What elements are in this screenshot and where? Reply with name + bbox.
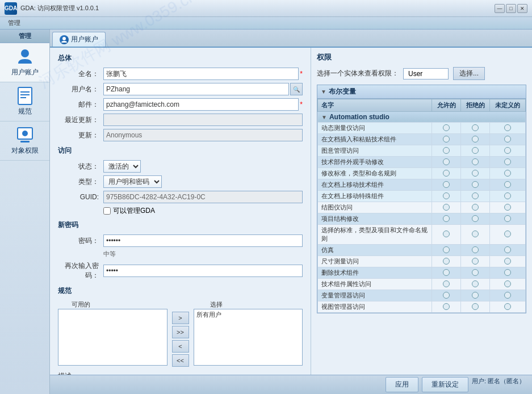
selected-spec-list[interactable]: 所有用户 <box>194 309 303 366</box>
row-undefined[interactable] <box>489 157 525 168</box>
undefined-radio[interactable] <box>504 269 511 276</box>
row-undefined[interactable] <box>489 134 525 145</box>
undefined-radio[interactable] <box>504 181 511 188</box>
undefined-radio[interactable] <box>504 280 511 287</box>
apply-button[interactable]: 应用 <box>386 377 418 392</box>
collapse-icon[interactable]: ▼ <box>321 89 326 95</box>
row-denied[interactable] <box>461 191 490 202</box>
row-denied[interactable] <box>461 202 490 213</box>
row-allowed[interactable] <box>432 145 461 157</box>
undefined-radio[interactable] <box>504 192 511 199</box>
denied-radio[interactable] <box>472 269 479 276</box>
allowed-radio[interactable] <box>443 303 450 310</box>
allowed-radio[interactable] <box>443 192 450 199</box>
reset-button[interactable]: 重新设定 <box>422 377 468 392</box>
row-allowed[interactable] <box>432 245 461 256</box>
undefined-radio[interactable] <box>504 147 511 154</box>
row-denied[interactable] <box>461 213 490 225</box>
row-undefined[interactable] <box>489 225 525 245</box>
denied-radio[interactable] <box>472 170 479 177</box>
row-undefined[interactable] <box>489 256 525 267</box>
row-denied[interactable] <box>461 245 490 256</box>
allowed-radio[interactable] <box>443 215 450 222</box>
row-denied[interactable] <box>461 179 490 191</box>
denied-radio[interactable] <box>472 246 479 253</box>
row-denied[interactable] <box>461 279 490 290</box>
row-denied[interactable] <box>461 301 490 313</box>
allowed-radio[interactable] <box>443 204 450 211</box>
row-undefined[interactable] <box>489 168 525 179</box>
row-allowed[interactable] <box>432 123 461 134</box>
denied-radio[interactable] <box>472 230 479 237</box>
row-denied[interactable] <box>461 168 490 179</box>
row-undefined[interactable] <box>489 301 525 313</box>
denied-radio[interactable] <box>472 136 479 142</box>
undefined-radio[interactable] <box>504 303 511 310</box>
allowed-radio[interactable] <box>443 170 450 177</box>
denied-radio[interactable] <box>472 280 479 287</box>
row-allowed[interactable] <box>432 179 461 191</box>
status-select[interactable]: 激活的 禁用的 <box>103 160 141 173</box>
row-allowed[interactable] <box>432 267 461 279</box>
denied-radio[interactable] <box>472 258 479 265</box>
row-denied[interactable] <box>461 145 490 157</box>
row-undefined[interactable] <box>489 123 525 134</box>
row-allowed[interactable] <box>432 279 461 290</box>
restore-button[interactable]: □ <box>506 4 516 13</box>
undefined-radio[interactable] <box>504 158 511 165</box>
row-denied[interactable] <box>461 225 490 245</box>
row-allowed[interactable] <box>432 157 461 168</box>
undefined-radio[interactable] <box>504 292 511 299</box>
row-undefined[interactable] <box>489 191 525 202</box>
row-allowed[interactable] <box>432 225 461 245</box>
row-allowed[interactable] <box>432 290 461 301</box>
select-entity-button[interactable]: 选择... <box>453 67 485 80</box>
move-all-left-button[interactable]: << <box>172 354 189 367</box>
undefined-radio[interactable] <box>504 230 511 237</box>
row-allowed[interactable] <box>432 301 461 313</box>
row-denied[interactable] <box>461 157 490 168</box>
move-all-right-button[interactable]: >> <box>172 326 189 338</box>
allowed-radio[interactable] <box>443 230 450 237</box>
username-input[interactable] <box>103 83 289 95</box>
denied-radio[interactable] <box>472 204 479 211</box>
denied-radio[interactable] <box>472 181 479 188</box>
password-input[interactable] <box>103 234 303 247</box>
row-allowed[interactable] <box>432 213 461 225</box>
manage-gda-checkbox[interactable] <box>103 207 111 215</box>
row-undefined[interactable] <box>489 145 525 157</box>
row-undefined[interactable] <box>489 290 525 301</box>
row-denied[interactable] <box>461 267 490 279</box>
email-input[interactable] <box>103 98 299 111</box>
row-allowed[interactable] <box>432 134 461 145</box>
allowed-radio[interactable] <box>443 147 450 154</box>
available-spec-list[interactable] <box>58 309 167 366</box>
sidebar-item-rules[interactable]: 规范 <box>0 82 49 121</box>
row-allowed[interactable] <box>432 168 461 179</box>
row-undefined[interactable] <box>489 245 525 256</box>
denied-radio[interactable] <box>472 158 479 165</box>
confirm-input[interactable] <box>103 265 303 277</box>
row-denied[interactable] <box>461 123 490 134</box>
row-allowed[interactable] <box>432 202 461 213</box>
allowed-radio[interactable] <box>443 269 450 276</box>
tab-manage[interactable]: 管理 <box>2 18 26 28</box>
minimize-button[interactable]: — <box>495 4 505 13</box>
row-undefined[interactable] <box>489 279 525 290</box>
denied-radio[interactable] <box>472 292 479 299</box>
row-allowed[interactable] <box>432 191 461 202</box>
undefined-radio[interactable] <box>504 136 511 142</box>
move-left-button[interactable]: < <box>172 340 189 353</box>
username-search-button[interactable]: 🔍 <box>290 83 303 95</box>
allowed-radio[interactable] <box>443 258 450 265</box>
allowed-radio[interactable] <box>443 181 450 188</box>
row-undefined[interactable] <box>489 267 525 279</box>
row-denied[interactable] <box>461 134 490 145</box>
content-tab-users[interactable]: 用户账户 <box>52 32 106 47</box>
row-denied[interactable] <box>461 256 490 267</box>
undefined-radio[interactable] <box>504 170 511 177</box>
sidebar-item-objects[interactable]: 对象权限 <box>0 121 49 161</box>
type-select[interactable]: 用户明和密码 Windows认证 <box>103 175 162 188</box>
sidebar-item-users[interactable]: 用户账户 <box>0 43 49 82</box>
undefined-radio[interactable] <box>504 204 511 211</box>
